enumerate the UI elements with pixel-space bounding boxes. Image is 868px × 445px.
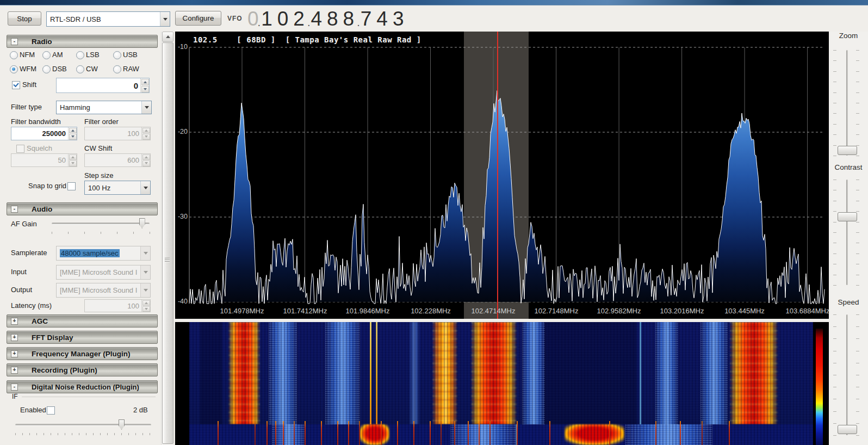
panel-header-dnr[interactable]: - Digital Noise Reduction (Plugin) <box>7 380 158 393</box>
waterfall-history-base <box>189 424 813 445</box>
y-axis-tick-label: -30 <box>175 213 188 220</box>
spinner-arrows-icon <box>68 154 77 166</box>
step-size-label: Step size <box>84 171 113 180</box>
scrollbar-grip-icon <box>165 258 170 262</box>
slider-tick <box>833 387 836 387</box>
collapse-plus-icon[interactable]: + <box>11 350 18 357</box>
x-axis-tick-label: 103.445MHz <box>715 307 774 315</box>
collapse-minus-icon[interactable]: - <box>11 206 18 213</box>
latency-label: Latency (ms) <box>11 301 52 310</box>
collapse-minus-icon[interactable]: - <box>11 384 18 391</box>
dnr-slider-thumb[interactable] <box>119 419 125 430</box>
waterfall-signal-band <box>522 322 545 424</box>
mode-radio-WFM[interactable] <box>10 65 18 73</box>
slider-tick <box>856 375 859 375</box>
shift-input[interactable]: 0 <box>56 78 150 93</box>
waterfall-history-band <box>565 424 624 445</box>
panel-header-recording-plugin-[interactable]: +Recording (Plugin) <box>7 363 158 376</box>
mode-radio-LSB[interactable] <box>76 51 84 59</box>
sidebar-scrollbar[interactable] <box>161 32 173 445</box>
carrier-line <box>702 421 703 445</box>
waterfall-signal-band <box>200 322 222 424</box>
device-select-value: RTL-SDR / USB <box>47 15 160 23</box>
panel-header-audio[interactable]: - Audio <box>7 202 158 215</box>
collapse-plus-icon[interactable]: + <box>11 318 18 325</box>
stop-button[interactable]: Stop <box>8 11 41 26</box>
slider-tick <box>856 190 859 190</box>
panel-title: FFT Display <box>32 333 73 342</box>
collapse-minus-icon[interactable]: - <box>11 38 18 45</box>
slider-thumb-speed[interactable] <box>838 425 857 434</box>
snap-to-grid-checkbox[interactable] <box>67 182 76 190</box>
af-gain-thumb[interactable] <box>139 218 145 228</box>
spectrum-display[interactable]: 102.5 [ 68BD ] [ Tampa Bay's Real Raw Ra… <box>175 32 829 319</box>
slider-tick <box>833 264 836 264</box>
x-axis-tick-label: 102.9582MHz <box>589 307 649 315</box>
collapse-plus-icon[interactable]: + <box>11 367 18 374</box>
slider-track-speed[interactable] <box>846 314 848 435</box>
mode-radio-AM[interactable] <box>42 51 51 59</box>
slider-thumb-zoom[interactable] <box>838 146 857 155</box>
carrier-line <box>218 421 219 445</box>
panel-header-agc[interactable]: +AGC <box>7 314 158 327</box>
panel-header-radio[interactable]: - Radio <box>7 35 158 48</box>
scrollbar-thumb[interactable] <box>162 42 173 444</box>
device-select[interactable]: RTL-SDR / USB <box>46 11 170 27</box>
dnr-enabled-checkbox[interactable] <box>47 406 55 415</box>
panel-header-fft-display[interactable]: +FFT Display <box>7 331 158 344</box>
mode-radio-RAW[interactable] <box>113 65 121 73</box>
spinner-arrows-icon <box>141 154 150 166</box>
mode-radio-CW[interactable] <box>76 65 84 73</box>
slider-tick <box>833 435 836 436</box>
waterfall-colorbar <box>816 329 823 445</box>
slider-label-zoom: Zoom <box>829 32 868 40</box>
slider-tick <box>833 375 836 375</box>
slider-tick <box>856 180 859 180</box>
waterfall-display[interactable] <box>175 322 829 445</box>
slider-tick <box>833 60 836 61</box>
slider-tick <box>833 285 836 286</box>
slider-tick <box>856 243 859 243</box>
af-gain-slider[interactable] <box>52 222 150 225</box>
waterfall-signal-band <box>325 322 360 424</box>
slider-tick <box>833 411 836 412</box>
dnr-slider[interactable] <box>15 424 151 426</box>
dropdown-arrow-icon <box>141 101 151 114</box>
shift-checkbox[interactable] <box>12 81 20 89</box>
slider-track-zoom[interactable] <box>846 50 848 156</box>
mode-radio-NFM[interactable] <box>10 51 18 59</box>
mode-label-USB: USB <box>123 51 138 59</box>
filter-type-select[interactable]: Hamming <box>56 101 152 114</box>
collapse-plus-icon[interactable]: + <box>11 334 18 341</box>
slider-thumb-contrast[interactable] <box>838 212 857 221</box>
samplerate-select: 48000 sample/sec <box>56 246 151 261</box>
slider-tick <box>833 254 836 254</box>
step-size-value: 100 Hz <box>85 184 140 192</box>
freq-digit-group[interactable]: 102 <box>261 10 309 28</box>
tuned-frequency-line[interactable] <box>497 32 498 319</box>
freq-digit-group[interactable]: 743 <box>361 10 409 28</box>
slider-tick <box>856 103 859 103</box>
step-size-select[interactable]: 100 Hz <box>84 181 151 195</box>
slider-tick <box>833 180 836 180</box>
frequency-display[interactable]: 0.102.488.743 <box>247 9 408 28</box>
mode-radio-DSB[interactable] <box>42 65 51 73</box>
cw-shift-value: 600 <box>85 156 141 164</box>
panel-header-frequency-manager-plugin-[interactable]: +Frequency Manager (Plugin) <box>7 347 158 360</box>
mode-label-NFM: NFM <box>20 51 35 59</box>
spinner-arrows-icon[interactable] <box>68 127 77 140</box>
waterfall-signal-band <box>228 322 260 424</box>
configure-button[interactable]: Configure <box>175 11 221 26</box>
x-axis-tick-label: 102.4714MHz <box>463 307 523 315</box>
scrollbar-up-button[interactable] <box>162 32 173 42</box>
filter-order-label: Filter order <box>84 118 119 126</box>
mode-radio-USB[interactable] <box>113 51 121 59</box>
audio-output-value: [MME] Microsoft Sound I <box>57 286 140 294</box>
slider-tick <box>856 60 859 61</box>
slider-tick <box>856 387 859 387</box>
spinner-arrows-icon[interactable] <box>140 78 149 92</box>
waterfall-signal-band <box>376 322 377 424</box>
filter-bandwidth-input[interactable]: 250000 <box>11 127 77 140</box>
freq-digit-group[interactable]: 488 <box>311 10 359 28</box>
slider-track-contrast[interactable] <box>846 180 848 285</box>
